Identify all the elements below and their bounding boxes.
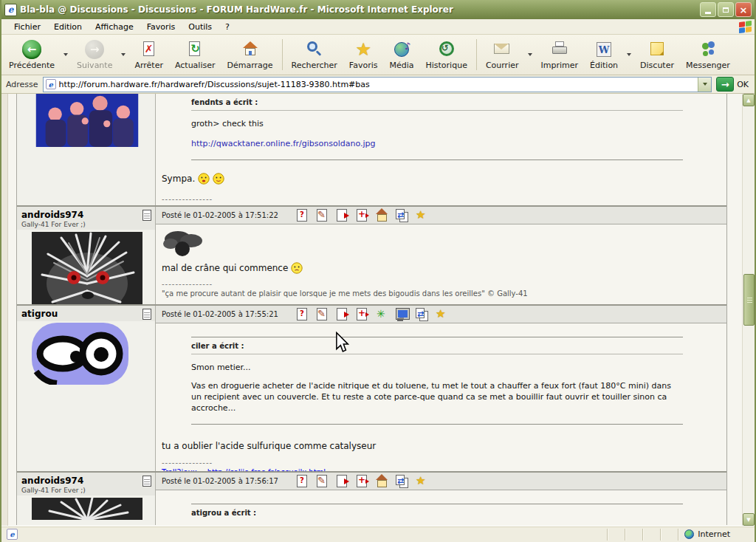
address-input[interactable] [59,80,698,89]
vertical-scrollbar[interactable]: ▲ ▼ [742,94,755,526]
refresh-icon: ↻ [185,40,205,59]
history-button[interactable]: ↺ Historique [420,37,473,72]
post-author-subtitle: Gally-41 For Ever ;) [21,221,86,228]
star-icon[interactable] [415,209,428,222]
address-bar: Adresse e → OK [1,75,755,94]
back-button[interactable]: ← Précédente [3,37,61,72]
transfer-icon[interactable] [395,475,408,487]
transfer-icon[interactable] [395,209,408,222]
post-action-icons [289,475,428,487]
quote-author: fendnts a écrit : [191,94,683,111]
print-button[interactable]: Imprimer [535,37,585,72]
mail-button[interactable]: Courrier [480,37,525,72]
forum-post-3: atigrou [17,306,726,473]
profile-card-icon[interactable] [142,210,151,221]
reply-quote-icon[interactable] [295,209,309,222]
address-input-box[interactable]: e [43,77,712,92]
title-bar[interactable]: e Bla-bla @ Discussions - Discussions - … [1,0,755,19]
home-icon[interactable] [375,475,388,487]
add-icon[interactable] [355,209,368,222]
menu-fichier[interactable]: Fichier [7,21,47,33]
add-icon[interactable] [355,475,368,487]
add-icon[interactable] [355,308,368,320]
back-dropdown-icon[interactable] [63,53,68,56]
forward-icon[interactable] [335,308,348,320]
post-author[interactable]: atigrou [21,309,58,319]
refresh-button[interactable]: ↻ Actualiser [169,37,221,72]
edit-word-button[interactable]: W Édition [584,37,624,72]
home-icon[interactable] [375,209,388,222]
quote-block: fendnts a écrit : groth> check this http… [191,94,683,160]
post-timestamp: Posté le 01-02-2005 à 17:56:17 [162,477,278,485]
menu-affichage[interactable]: Affichage [89,21,140,33]
mail-dropdown-icon[interactable] [528,53,532,56]
scrollbar-track[interactable] [743,106,755,513]
quote-link[interactable]: http://qwacktaner.online.fr/gibsonsoldan… [191,138,376,149]
discuss-note-icon [647,40,667,59]
media-button[interactable]: ♪ Média [383,37,419,72]
minimize-button[interactable] [700,2,716,17]
reply-quote-icon[interactable] [295,475,309,487]
discuss-button[interactable]: Discuter [634,37,680,72]
favorites-button[interactable]: ★ Favoris [343,37,384,72]
post-body: Sympa. [162,174,195,184]
mail-icon [492,40,512,59]
star-icon[interactable] [415,475,428,487]
stop-button[interactable]: ✗ Arrêter [128,37,169,72]
edit-icon[interactable] [315,308,329,320]
menu-outils[interactable]: Outils [182,21,219,33]
forward-icon[interactable] [335,475,348,487]
scroll-up-icon[interactable]: ▲ [743,94,755,106]
search-button[interactable]: Rechercher [286,37,343,72]
menu-favoris[interactable]: Favoris [140,21,182,33]
menu-bar: Fichier Edition Affichage Favoris Outils… [1,19,755,35]
page-ie-icon: e [46,79,56,89]
go-label[interactable]: OK [737,80,749,89]
home-icon [241,40,260,59]
home-button[interactable]: Démarrage [221,37,279,72]
profile-card-icon[interactable] [142,309,151,320]
forward-button[interactable]: → Suivante [71,37,118,72]
profile-card-icon[interactable] [142,476,151,487]
post-action-icons [289,308,448,320]
menu-aide[interactable]: ? [219,21,236,33]
forward-dropdown-icon[interactable] [121,53,126,56]
document-ie-icon: e [7,529,18,540]
avatar-grey-furry-creature [32,498,155,522]
monitor-icon[interactable] [395,308,408,320]
left-gutter [1,94,8,526]
edit-icon[interactable] [315,209,329,222]
menu-edition[interactable]: Edition [47,21,89,33]
restore-button[interactable] [718,2,734,17]
close-button[interactable]: × [735,2,752,17]
forum-post-1: fendnts a écrit : groth> check this http… [17,94,726,207]
post-author[interactable]: androids974 [21,210,86,220]
internet-globe-icon [684,529,694,539]
browser-window: e Bla-bla @ Discussions - Discussions - … [0,0,756,542]
scroll-down-icon[interactable]: ▼ [743,513,755,526]
post-timestamp: Posté le 01-02-2005 à 17:55:21 [162,310,278,318]
messenger-button[interactable]: Messenger [680,37,736,72]
smiley-icon [213,173,224,185]
reply-quote-icon[interactable] [295,308,309,320]
signature: "ça me procure autant de plaisir que lor… [162,289,716,298]
transfer-icon[interactable] [415,308,428,320]
edit-dropdown-icon[interactable] [627,53,631,56]
status-bar: e Internet [1,526,755,542]
forward-icon[interactable] [335,209,348,222]
icq-icon[interactable] [375,308,388,320]
star-icon[interactable] [435,308,448,320]
signature-dashes: --------------- [162,280,716,288]
go-button[interactable]: → [716,77,734,92]
scrollbar-thumb[interactable] [743,274,755,326]
security-zone: Internet [678,529,752,541]
avatar-grey-furry-creature [32,232,155,304]
post-author[interactable]: androids974 [21,476,86,486]
post-author-subtitle: Gally-41 For Ever ;) [21,487,86,494]
quote-block: atigrou a écrit : [191,504,683,525]
forward-icon: → [85,40,104,59]
toolbar-separator [476,39,477,70]
edit-icon[interactable] [315,475,329,487]
address-dropdown-icon[interactable] [698,78,711,92]
forum-page: fendnts a écrit : groth> check this http… [8,94,742,526]
